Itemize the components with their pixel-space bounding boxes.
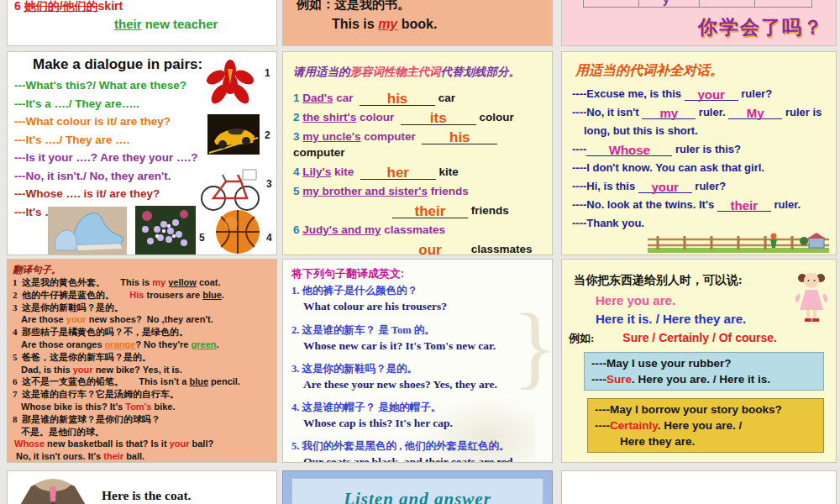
text-line: their friends [293,202,552,218]
text-segment: Judy's and my [302,223,381,236]
basketball-image [214,208,261,255]
text-segment: ? No they're [135,339,191,349]
text-line: 6 这不是一支蓝色的铅笔。 This isn't a blue pencil. [13,375,276,388]
text-segment: their [717,200,771,212]
text-segment: ---Is it your ….? Are they your ….? [14,151,198,164]
text-line: 6 Judy's and my classmates [293,222,552,238]
image-number-label: 2 [265,129,270,141]
text-segment: 3 [293,130,302,143]
text-line: ----May I use your rubber? [591,355,816,371]
text-segment: 2 [293,111,302,123]
text-line: 5 my brother and sister's friends [293,183,552,199]
dialogue-lines: ----Excuse me, is this your ruler?----No… [562,85,836,233]
storybooks-dialogue-box: ----May I borrow your story books?----Ce… [587,398,824,453]
slide-blank[interactable] [561,470,837,504]
text-segment: 1. 他的裤子是什么颜色的？ [291,285,417,297]
text-segment: Lily's [302,165,331,178]
text-segment: . Here you are. / [658,419,743,432]
text-segment: Whose cap is this? It's her cap. [303,417,453,429]
text-line: What colour are his trousers? [291,299,552,315]
text-segment: 5. 我们的外套是黑色的 , 他们的外套是红色的。 [291,440,509,452]
text-segment: yellow [168,277,197,287]
text-segment: 1 [293,92,302,104]
text-segment: my uncle's [302,130,360,143]
slide-their-new-teacher[interactable]: 6 她们的/他们的skirt their new teacher [7,0,277,46]
text-segment: . [216,339,218,349]
image-number-label: 1 [265,67,270,79]
text-segment: This isn't a [139,376,189,386]
text-segment: His [129,290,144,300]
text-segment: ruler. [771,198,801,211]
text-segment: Tom's [125,402,151,412]
text-segment [114,290,129,300]
slide-sorter-page: 6 她们的/他们的skirt their new teacher 例如：这是我的… [0,0,840,504]
coat-caption: Here is the coat. [102,488,191,503]
text-line: our classmates [293,241,552,255]
image-number-label: 4 [266,232,272,244]
text-segment: your [170,438,190,449]
text-line: 2 the shirt's colour its colour [293,109,552,125]
text-segment: Dad, is this [21,365,73,375]
text-segment: your [638,181,692,193]
slide-translate-into-english[interactable]: } 将下列句子翻译成英文: 1. 他的裤子是什么颜色的？What colour … [282,259,553,463]
text-line: 3 这是你的新鞋吗？是的。 [13,302,276,314]
text-segment: computer [361,130,423,143]
translation-lines: 1. 他的裤子是什么颜色的？What colour are his trouse… [283,283,552,463]
text-segment: This is [120,277,152,287]
yellow-car-image [207,114,260,155]
text-line: Dad, is this your new bike? Yes, it is. [13,364,276,376]
slide-did-you-learn[interactable]: y 你学会了吗？ [561,0,837,46]
slide-possessive-adjectives-exercise[interactable]: 请用适当的形容词性物主代词代替划线部分。 1 Dad's car his car… [282,51,553,255]
text-segment: friends [428,185,469,197]
text-segment: 4. 这是谁的帽子？ 是她的帽子。 [291,402,441,413]
slide-listen-and-answer[interactable]: Listen and answer [282,470,553,504]
text-segment: ----Thank you. [572,217,644,229]
text-line: ----Thank you. [572,214,836,233]
text-segment: their [103,451,123,461]
text-segment: my [152,277,165,287]
text-segment: Are those oranges [21,339,105,349]
rubber-dialogue-box: ----May I use your rubber?----Sure. Here… [584,352,824,391]
text-segment: their [114,17,142,31]
slide-example-my-book[interactable]: 例如：这是我的书。 This is my book. [282,0,553,46]
text-segment: Certainly [610,419,658,432]
text-segment: 3 这是你的新鞋吗？是的。 [13,302,123,312]
slide-translate-sentences[interactable]: 翻译句子。 1 这是我的黄色外套。 This is my yellow coat… [7,259,277,463]
text-segment: Here they are. [620,435,695,448]
text-segment: ball? [189,438,213,449]
text-segment: kite [436,165,459,178]
text-line: ----Hi, is this your ruler? [572,177,836,196]
sure-certainly-line: Sure / Certainly / Of course. [622,331,777,344]
slide-make-a-dialogue[interactable]: Make a dialogue in pairs: ---What's this… [7,51,277,255]
text-segment: bike. [151,402,175,412]
text-segment: ruler? [692,180,726,192]
exercise-lines: 1 Dad's car his car2 the shirt's colour … [283,90,552,255]
text-line: Whose cap is this? It's her cap. [291,416,552,432]
text-segment: . [222,290,224,300]
text-line: Whose bike is this? It's Tom's bike. [13,401,276,413]
text-segment: blue [202,290,222,300]
text-segment: his [360,92,435,106]
text-segment: 形容词性物主代词 [350,66,441,78]
text-segment: ---- [595,419,610,432]
text-segment: 2. 这是谁的新车？ 是 Tom 的。 [291,324,435,336]
text-segment: classmates [381,223,446,236]
example-chinese-line: 例如：这是我的书。 [297,0,410,13]
slide-complete-dialogue-exercise[interactable]: 用适当的代词补全对话。 ----Excuse me, is this your … [561,51,837,255]
text-line: 1 这是我的黄色外套。 This is my yellow coat. [13,276,276,289]
example-english-line: This is my book. [332,17,437,32]
text-segment: 代替划线部分。 [441,66,521,78]
text-segment: ----May I borrow your story books? [595,403,782,416]
text-segment: Are these your new shoes? Yes, they are. [303,378,497,391]
slide-here-is-the-coat[interactable]: Here is the coat. [7,470,277,504]
text-segment: Dad's [302,92,333,104]
text-line: 5 爸爸，这是你的新车吗？是的。 [13,351,276,364]
text-segment: 2 他的牛仔裤是蓝色的。 [13,290,114,300]
red-flower-image [204,59,256,108]
table-cell [583,0,639,8]
slide-here-you-are[interactable]: 当你把东西递给别人时，可以说: Here you are. Here it is… [561,259,837,463]
text-segment: ---- [591,373,606,386]
text-segment: classmates [468,243,533,255]
slide-title: 请用适当的形容词性物主代词代替划线部分。 [283,52,552,87]
text-segment: 3. 这是你的新鞋吗？是的。 [291,363,417,375]
